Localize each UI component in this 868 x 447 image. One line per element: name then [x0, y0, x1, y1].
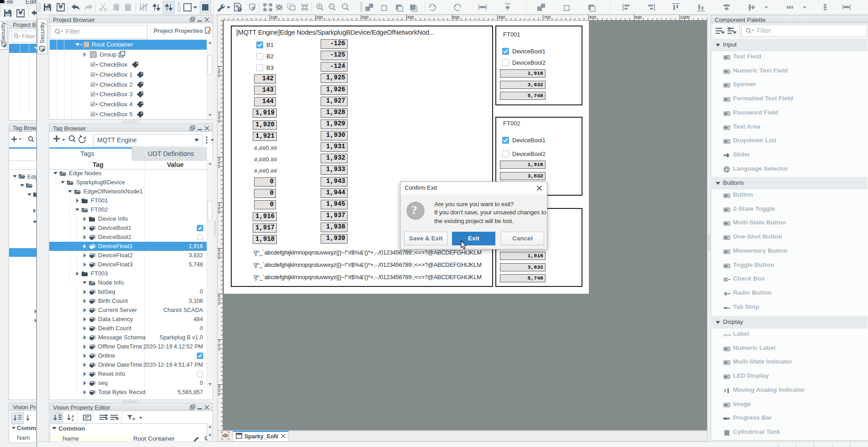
- svg-text:label: label: [723, 333, 731, 337]
- svg-text:Z: Z: [72, 418, 74, 422]
- svg-text:B: B: [133, 417, 135, 421]
